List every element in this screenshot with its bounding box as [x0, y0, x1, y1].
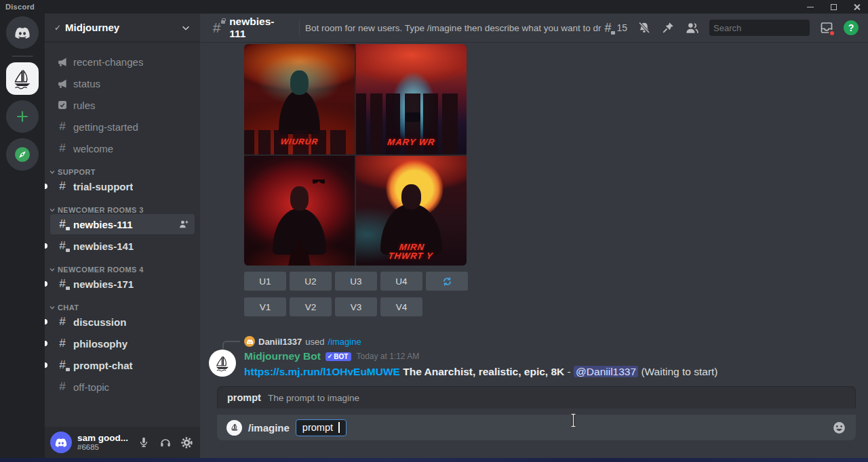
- job-status: (Waiting to start): [641, 366, 717, 377]
- bot-author-name[interactable]: Midjourney Bot: [244, 350, 321, 362]
- discord-logo-icon: [54, 436, 68, 449]
- sidebar-item-newbies-141[interactable]: newbies-141: [50, 236, 195, 256]
- channel-name: recent-changes: [73, 56, 143, 68]
- user-info[interactable]: sam good... #6685: [77, 433, 130, 452]
- chat-bubble-badge: [65, 367, 70, 371]
- notification-settings-button[interactable]: [637, 21, 651, 35]
- channel-name: rules: [73, 100, 96, 111]
- microphone-icon: [138, 436, 150, 448]
- message-input-bar[interactable]: /imagine prompt: [217, 415, 856, 440]
- threads-button[interactable]: 15: [601, 21, 627, 35]
- section-title: NEWCOMER ROOMS 4: [58, 266, 144, 274]
- v4-button[interactable]: V4: [380, 297, 422, 316]
- inbox-button[interactable]: [820, 21, 833, 35]
- search-input[interactable]: [713, 23, 833, 33]
- channel-list: recent-changes status rules getting-star…: [45, 42, 200, 458]
- v1-button[interactable]: V1: [244, 297, 286, 316]
- u2-button[interactable]: U2: [290, 272, 332, 291]
- sidebar-item-rules[interactable]: rules: [50, 95, 195, 115]
- deafen-button[interactable]: [157, 433, 174, 452]
- explore-servers-button[interactable]: [6, 138, 39, 171]
- help-button[interactable]: ?: [844, 20, 859, 35]
- sidebar-item-recent-changes[interactable]: recent-changes: [50, 51, 195, 72]
- command-bot-avatar: [226, 420, 242, 436]
- emoji-picker-button[interactable]: [832, 421, 846, 435]
- slash-command-label: /imagine: [248, 422, 290, 434]
- midjourney-bot-avatar[interactable]: [209, 350, 236, 377]
- bell-slash-icon: [637, 21, 651, 35]
- user-mention[interactable]: @Daniil1337: [574, 366, 638, 377]
- sidebar-item-discussion[interactable]: discussion: [50, 312, 195, 332]
- server-header[interactable]: ✓ Midjourney: [45, 14, 200, 42]
- reply-context[interactable]: Daniil1337 used /imagine: [244, 335, 868, 348]
- sidebar-item-off-topic[interactable]: off-topic: [50, 377, 195, 397]
- reply-command-link[interactable]: /imagine: [328, 337, 361, 347]
- prompt-option-field[interactable]: prompt: [296, 419, 347, 436]
- hash-icon: [56, 380, 69, 394]
- create-invite-button[interactable]: [178, 219, 189, 230]
- sidebar-item-trial-support[interactable]: trial-support: [50, 176, 195, 196]
- user-avatar[interactable]: [50, 432, 72, 453]
- maximize-button[interactable]: [822, 0, 845, 14]
- section-newcomer-rooms-4[interactable]: NEWCOMER ROOMS 4: [45, 257, 200, 274]
- v2-button[interactable]: V2: [290, 297, 332, 316]
- channel-name: prompt-chat: [73, 360, 133, 371]
- message-author-row: Midjourney Bot ✓BOT Today at 1:12 AM: [244, 350, 868, 363]
- channel-name: newbies-171: [73, 278, 134, 290]
- question-mark: ?: [848, 22, 854, 33]
- caption-line-2: THWRT Y: [388, 251, 434, 261]
- unread-indicator: [45, 281, 47, 287]
- upscale-button-row: U1 U2 U3 U4: [244, 272, 868, 291]
- pinned-messages-button[interactable]: [661, 21, 675, 35]
- tile-caption: WIURUR: [244, 137, 355, 146]
- sidebar-item-status[interactable]: status: [50, 73, 195, 93]
- sidebar-item-prompt-chat[interactable]: prompt-chat: [50, 355, 195, 375]
- section-chat[interactable]: CHAT: [45, 295, 200, 312]
- u1-button[interactable]: U1: [244, 272, 286, 291]
- window-title: Discord: [5, 3, 35, 11]
- sidebar-item-getting-started[interactable]: getting-started: [50, 117, 195, 137]
- pin-icon: [661, 21, 675, 35]
- channel-topic[interactable]: Bot room for new users. Type /imagine th…: [305, 23, 601, 33]
- slash-command-autocomplete[interactable]: prompt The prompt to imagine: [217, 386, 856, 408]
- reroll-button[interactable]: [426, 272, 468, 291]
- sidebar-item-welcome[interactable]: welcome: [50, 138, 195, 159]
- chevron-down-icon: [49, 169, 56, 175]
- chat-bubble-badge: [610, 31, 615, 35]
- tile-caption: MARY WR: [356, 138, 467, 146]
- chat-bubble-badge: [65, 286, 70, 290]
- chevron-down-icon: [49, 304, 56, 311]
- message-timestamp: Today at 1:12 AM: [356, 352, 419, 361]
- midjourney-image-grid[interactable]: WIURUR MARY WR MIRN: [244, 44, 467, 266]
- minimize-icon: [807, 7, 814, 7]
- add-server-button[interactable]: [6, 100, 39, 133]
- sidebar-item-newbies-171[interactable]: newbies-171: [50, 274, 195, 294]
- close-button[interactable]: [845, 0, 868, 14]
- announcement-icon: [56, 55, 69, 68]
- member-list-button[interactable]: [685, 21, 699, 35]
- server-icon-midjourney[interactable]: [6, 62, 39, 95]
- u3-button[interactable]: U3: [335, 272, 377, 291]
- hash-chat-icon: [56, 239, 69, 253]
- reply-user-avatar[interactable]: [244, 336, 255, 347]
- reply-username[interactable]: Daniil1337: [258, 337, 302, 347]
- minimize-button[interactable]: [799, 0, 822, 14]
- home-button[interactable]: [6, 16, 39, 49]
- section-title: CHAT: [58, 303, 79, 312]
- sidebar-item-newbies-111[interactable]: newbies-111: [50, 214, 195, 234]
- grid-image-1: WIURUR: [244, 44, 355, 154]
- section-support[interactable]: SUPPORT: [45, 160, 200, 176]
- u4-button[interactable]: U4: [380, 272, 422, 291]
- bot-message: Daniil1337 used /imagine Midjourney Bot …: [200, 335, 868, 378]
- channel-title: newbies-111: [229, 16, 288, 40]
- rail-separator: [12, 56, 33, 57]
- sidebar-item-philosophy[interactable]: philosophy: [50, 333, 195, 354]
- section-newcomer-rooms-3[interactable]: NEWCOMER ROOMS 3: [45, 198, 200, 214]
- v3-button[interactable]: V3: [335, 297, 377, 316]
- bat-silhouette: [313, 180, 325, 184]
- channel-sidebar: ✓ Midjourney recent-changes status rules…: [45, 14, 200, 458]
- mute-button[interactable]: [136, 433, 152, 452]
- prompt-option-label: prompt: [302, 422, 333, 433]
- settings-button[interactable]: [178, 433, 195, 452]
- job-link[interactable]: https://s.mj.run/l1OHvEuMUWE: [244, 366, 400, 377]
